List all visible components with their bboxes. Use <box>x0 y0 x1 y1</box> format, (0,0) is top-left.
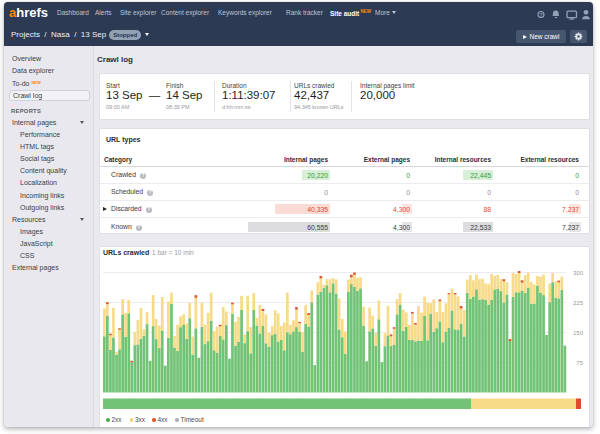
svg-text:300: 300 <box>573 270 584 276</box>
svg-text:150: 150 <box>573 330 584 336</box>
svg-text:225: 225 <box>573 300 584 306</box>
svg-text:75: 75 <box>576 360 583 366</box>
